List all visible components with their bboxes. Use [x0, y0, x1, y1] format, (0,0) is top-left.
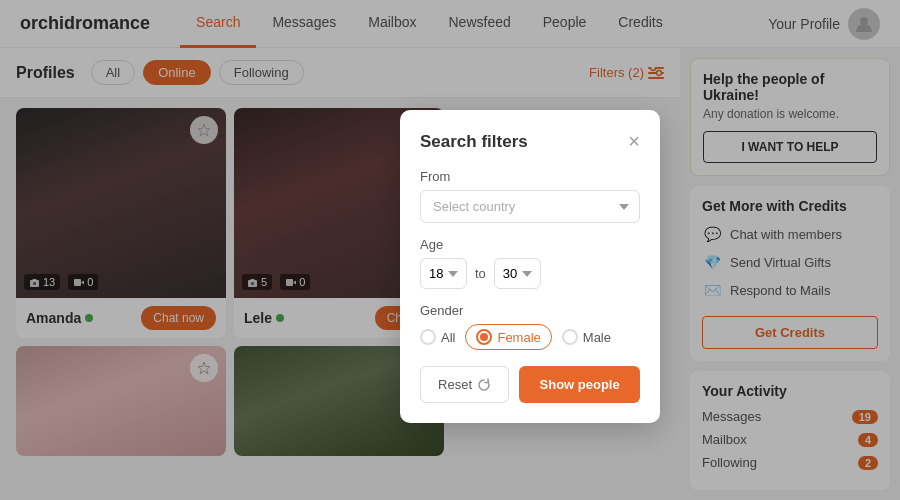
show-people-button[interactable]: Show people — [519, 366, 640, 403]
modal-actions: Reset Show people — [420, 366, 640, 403]
modal-title: Search filters — [420, 132, 528, 152]
gender-all[interactable]: All — [420, 329, 455, 345]
from-label: From — [420, 169, 640, 184]
age-to-select[interactable]: 30 — [494, 258, 541, 289]
gender-label: Gender — [420, 303, 640, 318]
from-group: From Select country — [420, 169, 640, 223]
country-select[interactable]: Select country — [420, 190, 640, 223]
gender-female[interactable]: Female — [465, 324, 551, 350]
modal-close-button[interactable]: × — [628, 130, 640, 153]
radio-inner — [480, 333, 488, 341]
age-row: 18 to 30 — [420, 258, 640, 289]
age-from-select[interactable]: 18 — [420, 258, 467, 289]
radio-female — [476, 329, 492, 345]
radio-all — [420, 329, 436, 345]
age-to-label: to — [475, 266, 486, 281]
gender-group: Gender All Female Male — [420, 303, 640, 350]
modal-header: Search filters × — [420, 130, 640, 153]
search-filters-modal: Search filters × From Select country Age… — [400, 110, 660, 423]
radio-male — [562, 329, 578, 345]
reset-button[interactable]: Reset — [420, 366, 509, 403]
gender-male[interactable]: Male — [562, 329, 611, 345]
age-group: Age 18 to 30 — [420, 237, 640, 289]
age-label: Age — [420, 237, 640, 252]
gender-row: All Female Male — [420, 324, 640, 350]
